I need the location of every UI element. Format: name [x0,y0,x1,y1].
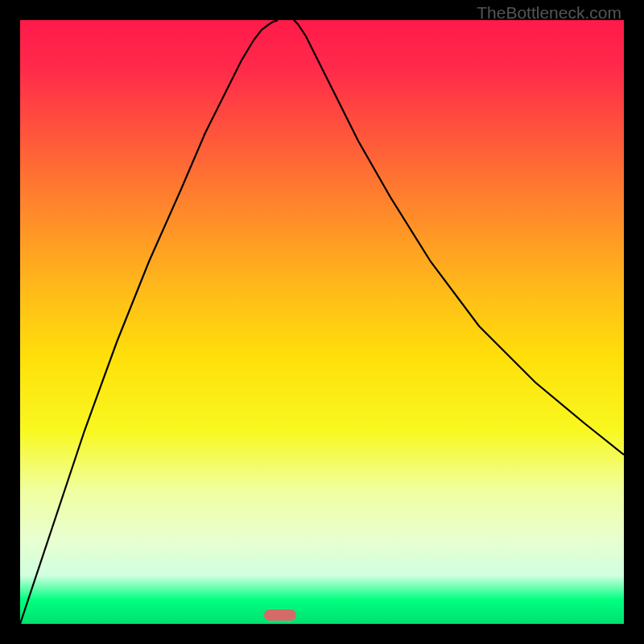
optimal-marker [264,609,296,621]
chart-container: TheBottleneck.com [0,0,644,644]
right-curve-path [294,20,624,455]
curves-svg [20,20,624,624]
plot-area [20,20,624,624]
left-curve-path [20,20,278,624]
watermark-text: TheBottleneck.com [477,3,621,23]
